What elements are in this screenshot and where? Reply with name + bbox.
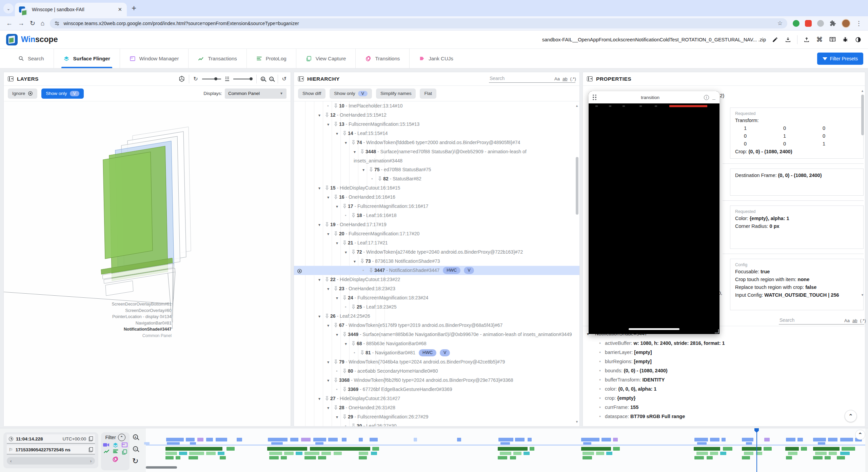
timeline-segment[interactable] xyxy=(226,447,235,451)
scroll-right-icon[interactable]: › xyxy=(90,458,92,464)
timeline-scrollbar[interactable]: ‹ › xyxy=(7,457,95,465)
timeline-segment[interactable] xyxy=(613,447,620,451)
tab-search[interactable]: Search xyxy=(9,49,54,68)
pin-icon[interactable] xyxy=(334,321,339,330)
scroll-to-top-button[interactable]: ⌃ xyxy=(845,410,857,422)
property-row[interactable]: •blurRegions: [empty] xyxy=(587,357,862,366)
filter-presets-button[interactable]: Filter Presets xyxy=(817,53,863,65)
hierarchy-node[interactable]: •3369 - 67726bf EdgeBackGestureHandler0#… xyxy=(294,385,579,394)
timeline-segment[interactable] xyxy=(165,452,177,455)
transactions-icon[interactable] xyxy=(104,449,110,454)
expander-icon[interactable]: ▾ xyxy=(336,413,343,421)
timeline-segment[interactable] xyxy=(694,456,704,459)
timeline-segment[interactable] xyxy=(840,452,850,455)
tab-transactions[interactable]: Transactions xyxy=(188,49,246,68)
expander-icon[interactable]: ▾ xyxy=(345,138,352,147)
extensions-puzzle-icon[interactable] xyxy=(829,20,836,27)
leaf-dot-icon[interactable]: • xyxy=(336,385,343,394)
timeline-segment[interactable] xyxy=(530,447,534,451)
hierarchy-node[interactable]: ▾27 - HideDisplayCutout:26:31#27 xyxy=(294,394,579,403)
leaf-dot-icon[interactable]: • xyxy=(327,102,334,111)
timeline-cursor-flag[interactable] xyxy=(754,428,759,433)
pin-icon[interactable] xyxy=(325,275,330,284)
hierarchy-node[interactable]: ▾79 - WindowToken{7046b4a type=2024 andr… xyxy=(294,357,579,367)
expander-icon[interactable]: ▾ xyxy=(327,321,334,330)
timeline-segment[interactable] xyxy=(186,438,195,441)
timeline-canvas[interactable] xyxy=(146,428,865,472)
timeline-segment[interactable] xyxy=(613,438,618,441)
timeline-segment[interactable] xyxy=(166,438,184,441)
hierarchy-node[interactable]: •81 - NavigationBar0#81HWCV xyxy=(294,348,579,357)
pin-icon[interactable] xyxy=(343,294,348,302)
timeline-segment[interactable] xyxy=(742,456,750,459)
layer-label[interactable]: NavigationBar0#81 xyxy=(58,320,172,327)
download-icon[interactable] xyxy=(784,36,792,43)
layers-3d-canvas[interactable]: ScreenDecorOverlayBottom#61ScreenDecorOv… xyxy=(4,102,291,426)
timeline-segment[interactable] xyxy=(328,438,338,441)
expander-icon[interactable]: ▾ xyxy=(327,358,334,367)
timeline-segment[interactable] xyxy=(290,438,298,441)
timeline-segment[interactable] xyxy=(304,452,319,455)
shortcuts-icon[interactable]: ⌘ xyxy=(816,36,823,43)
timeline-segment[interactable] xyxy=(818,442,825,445)
hierarchy-node[interactable]: ▾73 - 8736138 NotificationShade#73 xyxy=(294,257,579,266)
scroll-down-arrow[interactable]: ▼ xyxy=(861,293,864,297)
hierarchy-node[interactable]: ▾67 - WindowToken{e5176f9 type=2019 andr… xyxy=(294,321,579,330)
timeline-segment[interactable] xyxy=(206,452,216,455)
expander-icon[interactable]: ▾ xyxy=(318,275,325,284)
match-case-icon[interactable]: Aa xyxy=(554,76,560,81)
extension-icon[interactable] xyxy=(817,20,824,27)
timeline-segment[interactable] xyxy=(840,438,853,441)
collapse-panel-icon[interactable] xyxy=(298,76,304,81)
timeline-segment[interactable] xyxy=(723,447,732,451)
timeline-segment[interactable] xyxy=(829,452,837,455)
ignore-chip[interactable]: Ignore xyxy=(8,88,37,99)
timeline-segment[interactable] xyxy=(359,456,367,459)
zoom-out-icon[interactable]: − xyxy=(133,446,138,451)
timeline-segment[interactable] xyxy=(457,438,461,441)
tab-search-button[interactable]: ⌄ xyxy=(3,3,14,14)
pin-icon[interactable] xyxy=(360,257,366,266)
extension-icon[interactable] xyxy=(805,20,812,27)
timeline-segment[interactable] xyxy=(583,442,591,445)
timeline-segment[interactable] xyxy=(370,438,378,441)
timeline-segment[interactable] xyxy=(218,452,224,455)
timeline-segment[interactable] xyxy=(498,447,528,451)
pin-icon[interactable] xyxy=(343,413,348,421)
pin-icon[interactable] xyxy=(369,266,374,275)
timeline-segment[interactable] xyxy=(710,452,718,455)
documentation-icon[interactable] xyxy=(829,36,836,43)
pin-icon[interactable] xyxy=(334,404,339,412)
pin-icon[interactable] xyxy=(334,358,339,367)
pin-icon[interactable] xyxy=(352,211,357,220)
tab-jank-cujs[interactable]: Jank CUJs xyxy=(409,49,463,68)
timeline-hscroll-thumb[interactable] xyxy=(146,466,177,469)
home-icon[interactable]: ⌂ xyxy=(41,20,44,27)
property-row[interactable]: •barrierLayer: [empty] xyxy=(587,348,862,357)
ns-time-field[interactable]: ⚐ 1715339054227572545 ns xyxy=(7,445,95,454)
timeline-segment[interactable] xyxy=(786,456,792,459)
timeline-segment[interactable] xyxy=(498,438,513,441)
timeline-segment[interactable] xyxy=(837,456,845,459)
timeline-segment[interactable] xyxy=(301,438,311,441)
layer-label[interactable]: ScreenDecorOverlay#60 xyxy=(58,308,172,314)
timeline-segment[interactable] xyxy=(500,452,511,455)
timeline-segment[interactable] xyxy=(825,456,831,459)
regex-icon[interactable]: (.*) xyxy=(860,318,866,323)
tab-protolog[interactable]: ProtoLog xyxy=(246,49,296,68)
pin-icon[interactable] xyxy=(343,385,348,394)
timeline-segment[interactable] xyxy=(710,438,719,441)
match-word-icon[interactable]: ab xyxy=(563,76,567,81)
screen-recording-icon[interactable] xyxy=(103,442,109,447)
profile-avatar[interactable] xyxy=(842,19,850,28)
timeline-cursor[interactable] xyxy=(756,428,757,472)
window-manager-icon[interactable] xyxy=(122,442,127,447)
leaf-dot-icon[interactable]: • xyxy=(362,266,369,275)
property-row[interactable]: •bounds: (0, 0) - (1080, 2400) xyxy=(587,366,862,375)
hierarchy-node[interactable]: ▾19 - OneHanded:17:17#19 xyxy=(294,220,579,229)
timeline-segment[interactable] xyxy=(720,452,726,455)
timeline-segment[interactable] xyxy=(284,452,294,455)
info-icon[interactable]: i xyxy=(704,95,709,100)
forward-icon[interactable]: → xyxy=(18,20,24,27)
property-row[interactable]: •currFrame: 155 xyxy=(587,403,862,412)
